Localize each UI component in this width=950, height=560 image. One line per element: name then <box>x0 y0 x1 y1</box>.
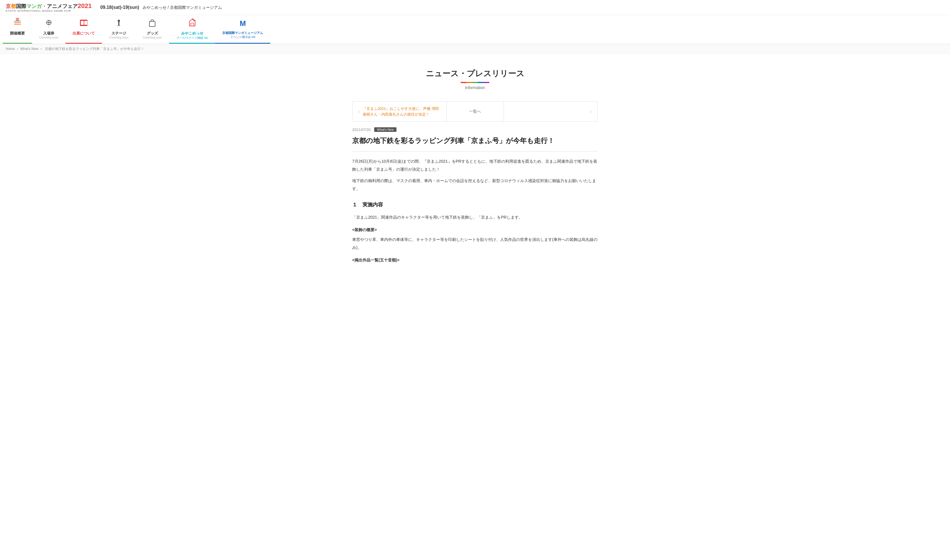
color-bar <box>352 82 598 83</box>
svg-rect-10 <box>84 21 87 25</box>
goods-icon <box>147 18 157 30</box>
nav-label-exhibit: 出展について <box>72 31 95 36</box>
nav-sub-ticket: Comming soon <box>39 36 58 39</box>
nav-label-stage: ステージ <box>111 31 126 36</box>
ticket-icon: + <box>44 18 54 30</box>
svg-point-11 <box>118 20 120 22</box>
nav-bar: 京 開催概要 + 入場券 Comming soon 出展について ステージ Co… <box>0 15 950 44</box>
nav-item-overview[interactable]: 京 開催概要 <box>3 15 32 44</box>
page-title-section: ニュース・プレスリリース Information <box>352 60 598 95</box>
nav-sub-stage: Comming soon <box>109 36 128 39</box>
prev-arrow-icon: ‹ <box>358 108 360 114</box>
nav-item-goods[interactable]: グッズ Comming soon <box>136 15 169 44</box>
body-paragraph-1: 7月26日(月)から10月8日(金)までの間、『京まふ2021』をPRするととも… <box>352 157 598 173</box>
nav-sub-goods: Comming soon <box>143 36 162 39</box>
breadcrumb: Home › What's New › 京都の地下鉄を彩るラッピング列車「京まふ… <box>0 44 950 54</box>
nav-label-miyakomesse: みやこめっせ <box>181 31 204 36</box>
breadcrumb-whats-new[interactable]: What's New <box>20 47 39 51</box>
page-title: ニュース・プレスリリース <box>352 68 598 79</box>
svg-rect-2 <box>14 24 21 25</box>
article-tag: What's New <box>374 127 396 132</box>
svg-rect-9 <box>81 21 84 25</box>
header-top: 京都国際マンガ・アニメフェア2021 KYOTO INTERNATIONAL M… <box>0 0 950 15</box>
museum-icon: M <box>238 18 248 30</box>
nav-sub-miyakomesse: ブース/ステージ/物販 etc <box>176 36 208 40</box>
article-date: 2021/07/20 <box>352 128 371 132</box>
miyakomesse-icon <box>187 18 197 30</box>
nav-next[interactable]: › <box>504 102 598 121</box>
svg-rect-1 <box>14 23 21 23</box>
article-meta: 2021/07/20 What's New <box>352 127 598 132</box>
nav-list-link[interactable]: 一覧へ <box>447 102 504 121</box>
section1-paragraph-1: 「京まふ2021」関連作品のキャラクター等を用いて地下鉄を装飾し、「京まふ」をP… <box>352 213 598 221</box>
svg-rect-12 <box>118 22 119 25</box>
nav-prev-text: 『京まふ2021』おこしやす大使に、声優 増田俊樹さん・内田真礼さんの就任が決定… <box>363 106 441 117</box>
page-subtitle: Information <box>352 85 598 90</box>
nav-item-museum[interactable]: M 京都国際マンガミュージアム イベント/展示会 etc <box>215 15 270 44</box>
article-divider <box>352 151 598 152</box>
nav-label-museum: 京都国際マンガミュージアム <box>222 31 263 35</box>
logo-main-line: 京都国際マンガ・アニメフェア2021 <box>6 2 92 10</box>
exhibit-icon <box>79 18 89 30</box>
nav-item-exhibit[interactable]: 出展について <box>65 15 102 44</box>
article-body: 7月26日(月)から10月8日(金)までの間、『京まふ2021』をPRするととも… <box>352 157 598 264</box>
nav-item-miyakomesse[interactable]: みやこめっせ ブース/ステージ/物販 etc <box>169 15 215 44</box>
nav-prev[interactable]: ‹ 『京まふ2021』おこしやす大使に、声優 増田俊樹さん・内田真礼さんの就任が… <box>352 102 447 121</box>
section1-title: １ 実施内容 <box>352 200 598 210</box>
section1-paragraph-2: 車窓やつり革、車内外の車体等に、キャラクター等を印刷したシートを貼り付け、人気作… <box>352 235 598 251</box>
article-nav-block: ‹ 『京まふ2021』おこしやす大使に、声優 増田俊樹さん・内田真礼さんの就任が… <box>352 102 598 122</box>
svg-text:+: + <box>48 26 49 28</box>
svg-text:M: M <box>240 19 246 28</box>
section1-strong-1: <装飾の概要> <box>352 226 598 234</box>
header-date: 09.18(sat)-19(sun) みやこめっせ / 京都国際マンガミュージア… <box>100 5 222 10</box>
stage-icon <box>114 18 124 30</box>
breadcrumb-current: 京都の地下鉄を彩るラッピング列車「京まふ号」が今年も走行！ <box>45 47 144 51</box>
logo-sub: KYOTO INTERNATIONAL MANGA ANIME FAIR <box>6 10 92 12</box>
nav-label-ticket: 入場券 <box>43 31 54 36</box>
section1-strong-2: <掲出作品一覧(五十音順)> <box>352 256 598 264</box>
nav-sub-museum: イベント/展示会 etc <box>230 35 256 39</box>
body-paragraph-2: 地下鉄の御利用の際は、マスクの着用、車内・ホームでの会話を控えるなど、新型コロナ… <box>352 177 598 193</box>
svg-rect-13 <box>150 22 155 26</box>
svg-rect-16 <box>191 23 194 26</box>
svg-text:京: 京 <box>15 18 20 22</box>
nav-item-stage[interactable]: ステージ Comming soon <box>102 15 136 44</box>
nav-label-goods: グッズ <box>147 31 158 36</box>
overview-icon: 京 <box>12 18 23 30</box>
article-title: 京都の地下鉄を彩るラッピング列車「京まふ号」が今年も走行！ <box>352 136 598 146</box>
logo-area: 京都国際マンガ・アニメフェア2021 KYOTO INTERNATIONAL M… <box>6 2 92 12</box>
main-content: ニュース・プレスリリース Information ‹ 『京まふ2021』おこしや… <box>347 54 603 277</box>
breadcrumb-home[interactable]: Home <box>6 47 15 51</box>
nav-label-overview: 開催概要 <box>10 31 25 36</box>
nav-item-ticket[interactable]: + 入場券 Comming soon <box>32 15 65 44</box>
logo-wrapper: 京都国際マンガ・アニメフェア2021 KYOTO INTERNATIONAL M… <box>6 2 92 12</box>
next-arrow-icon: › <box>590 108 592 114</box>
nav-center-text: 一覧へ <box>469 109 481 114</box>
